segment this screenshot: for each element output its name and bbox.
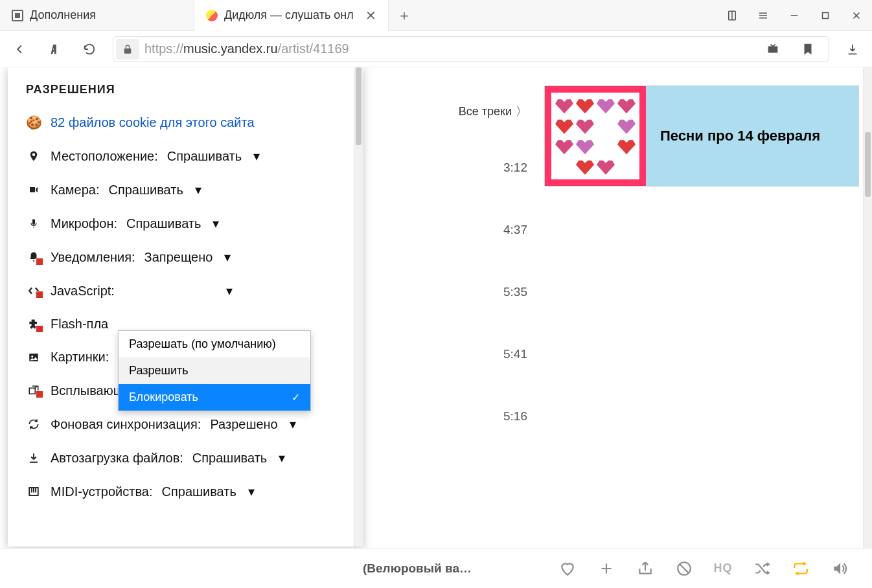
- promo-banner[interactable]: Песни про 14 февраля: [544, 85, 859, 187]
- promo-thumbnail: [545, 86, 646, 186]
- url-text: https://music.yandex.ru/artist/41169: [144, 41, 756, 56]
- caret-down-icon: ▾: [279, 450, 285, 466]
- window-maximize[interactable]: [810, 0, 841, 31]
- chevron-right-icon: 〉: [516, 104, 527, 119]
- back-button[interactable]: [8, 38, 31, 61]
- perm-microphone[interactable]: Микрофон: Спрашивать ▾: [8, 207, 362, 240]
- now-playing-title: (Велюровый ва…: [363, 561, 538, 576]
- promo-title: Песни про 14 февраля: [646, 86, 858, 186]
- javascript-permission-dropdown: Разрешать (по умолчанию) Разрешить Блоки…: [118, 330, 311, 411]
- content-area: РАЗРЕШЕНИЯ 🍪 82 файлов cookie для этого …: [0, 67, 872, 548]
- caret-down-icon: ▾: [290, 416, 296, 432]
- perm-camera[interactable]: Камера: Спрашивать ▾: [8, 173, 362, 207]
- extensions-tab-label: Дополнения: [30, 8, 182, 22]
- page-scrollbar[interactable]: [863, 67, 872, 548]
- dropdown-option-default[interactable]: Разрешать (по умолчанию): [119, 331, 310, 357]
- perm-bg-sync[interactable]: Фоновая синхронизация: Разрешено ▾: [8, 407, 362, 441]
- track-duration: 5:16: [363, 400, 531, 462]
- download-icon: [26, 451, 41, 464]
- url-host: music.yandex.ru: [183, 41, 278, 56]
- popup-icon: [26, 385, 41, 396]
- url-box[interactable]: https://music.yandex.ru/artist/41169: [113, 36, 829, 62]
- tab-bar: Дополнения Дидюля — слушать онл ✕ ＋: [0, 0, 872, 31]
- page-scrollbar-thumb[interactable]: [865, 132, 871, 197]
- downloads-icon[interactable]: [841, 38, 864, 61]
- caret-down-icon: ▾: [212, 216, 219, 231]
- yandex-home-icon[interactable]: [43, 38, 66, 61]
- track-duration: 5:41: [363, 338, 531, 400]
- site-permissions-panel: РАЗРЕШЕНИЯ 🍪 82 файлов cookie для этого …: [8, 67, 363, 547]
- new-tab-button[interactable]: ＋: [389, 0, 420, 31]
- all-tracks-link[interactable]: Все треки 〉: [363, 104, 531, 152]
- add-button[interactable]: [597, 560, 615, 578]
- svg-rect-1: [823, 13, 829, 19]
- track-duration: 4:37: [363, 214, 531, 276]
- url-scheme: https://: [144, 41, 183, 56]
- cookies-link[interactable]: 82 файлов cookie для этого сайта: [51, 115, 255, 130]
- microphone-icon: [26, 217, 41, 230]
- perm-midi[interactable]: MIDI-устройства: Спрашивать ▾: [8, 475, 362, 508]
- player-bar: (Велюровый ва… HQ: [0, 548, 872, 588]
- camera-icon: [26, 185, 41, 195]
- url-path: /artist/41169: [278, 41, 349, 56]
- plugin-icon: [26, 318, 41, 331]
- tracks-column: Все треки 〉 3:12 4:37 5:35 5:41 5:16: [363, 67, 531, 462]
- caret-down-icon: ▾: [248, 484, 255, 499]
- perm-notifications[interactable]: Уведомления: Запрещено ▾: [8, 240, 362, 274]
- yandex-music-favicon-icon: [206, 10, 218, 21]
- window-close[interactable]: [841, 0, 872, 31]
- svg-point-3: [31, 356, 33, 357]
- sync-icon: [26, 418, 41, 431]
- caret-down-icon: ▾: [253, 148, 260, 164]
- dropdown-option-block[interactable]: Блокировать✓: [119, 384, 310, 411]
- permissions-header: РАЗРЕШЕНИЯ: [8, 67, 362, 106]
- tab-active[interactable]: Дидюля — слушать онл ✕: [194, 0, 389, 31]
- hq-toggle[interactable]: HQ: [714, 560, 732, 578]
- active-tab-title: Дидюля — слушать онл: [224, 8, 359, 22]
- omnibox-right-icons: [761, 38, 826, 61]
- window-controls: [717, 0, 872, 31]
- window-minimize[interactable]: [779, 0, 810, 31]
- page-content: Все треки 〉 3:12 4:37 5:35 5:41 5:16 Пес…: [363, 67, 872, 548]
- protect-icon[interactable]: [761, 38, 785, 61]
- bookmark-icon[interactable]: [796, 38, 820, 61]
- ban-button[interactable]: [675, 560, 693, 578]
- caret-down-icon: ▾: [226, 283, 233, 299]
- code-icon: [26, 285, 41, 297]
- like-button[interactable]: [558, 560, 577, 578]
- reader-mode-icon[interactable]: [717, 0, 748, 31]
- midi-icon: [26, 486, 41, 497]
- cookies-link-row[interactable]: 🍪 82 файлов cookie для этого сайта: [8, 106, 362, 139]
- extensions-icon: [12, 10, 23, 21]
- bell-icon: [26, 251, 41, 264]
- check-icon: ✓: [292, 391, 300, 403]
- caret-down-icon: ▾: [224, 249, 231, 265]
- caret-down-icon: ▾: [195, 182, 201, 198]
- track-duration: 3:12: [363, 152, 531, 214]
- permissions-scrollbar-thumb[interactable]: [356, 67, 361, 145]
- image-icon: [26, 352, 41, 363]
- volume-button[interactable]: [831, 560, 849, 578]
- tab-extensions[interactable]: Дополнения: [0, 0, 194, 31]
- perm-location[interactable]: Местоположение: Спрашивать ▾: [8, 139, 362, 173]
- perm-javascript[interactable]: JavaScript: ▾: [8, 274, 362, 308]
- dropdown-option-allow[interactable]: Разрешить: [119, 357, 310, 384]
- permissions-scrollbar[interactable]: [354, 67, 363, 547]
- shuffle-button[interactable]: [753, 560, 771, 578]
- perm-auto-download[interactable]: Автозагрузка файлов: Спрашивать ▾: [8, 441, 362, 475]
- cookie-icon: 🍪: [26, 115, 41, 130]
- site-lock-icon[interactable]: [116, 39, 139, 60]
- reload-button[interactable]: [78, 38, 101, 61]
- share-button[interactable]: [636, 560, 654, 578]
- menu-icon[interactable]: [748, 0, 779, 31]
- location-icon: [26, 149, 41, 163]
- close-tab-icon[interactable]: ✕: [365, 8, 376, 23]
- repeat-button[interactable]: [792, 560, 810, 578]
- address-bar: https://music.yandex.ru/artist/41169: [0, 31, 872, 67]
- track-duration: 5:35: [363, 276, 531, 338]
